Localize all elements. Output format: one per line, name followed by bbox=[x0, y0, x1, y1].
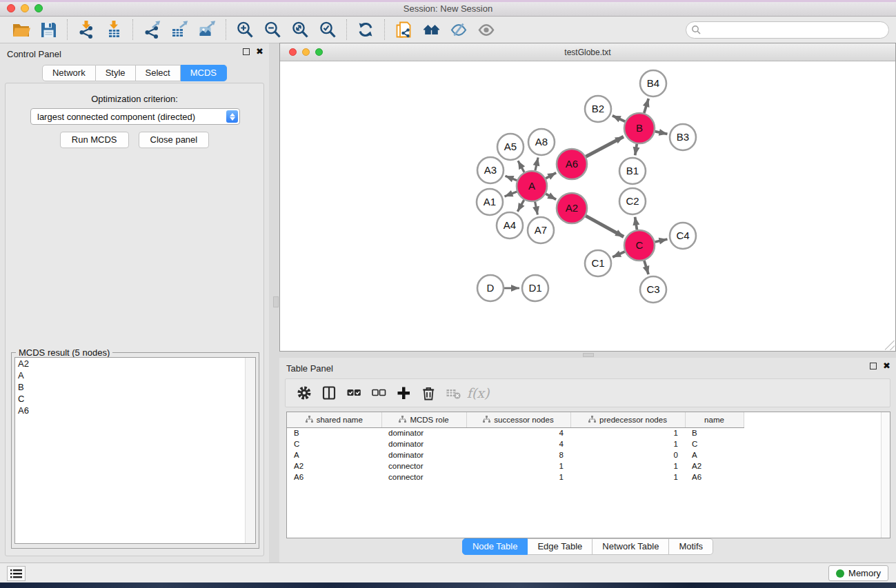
edge-C-C3[interactable] bbox=[644, 261, 648, 274]
node-A8[interactable]: A8 bbox=[528, 129, 555, 155]
edge-C-C4[interactable] bbox=[655, 239, 668, 242]
tab-style[interactable]: Style bbox=[96, 65, 136, 81]
node-B4[interactable]: B4 bbox=[640, 70, 666, 97]
node-B2[interactable]: B2 bbox=[585, 96, 611, 122]
edge-A-A2[interactable] bbox=[546, 194, 556, 199]
vertical-splitter-handle[interactable] bbox=[273, 296, 279, 307]
zoom-selected-icon[interactable] bbox=[314, 18, 341, 41]
criterion-dropdown[interactable]: largest connected component (directed) bbox=[30, 108, 240, 125]
node-A[interactable]: A bbox=[517, 171, 547, 201]
show-all-icon[interactable] bbox=[472, 18, 500, 41]
column-header-shared-name[interactable]: shared name bbox=[287, 412, 381, 427]
tab-select[interactable]: Select bbox=[136, 65, 181, 81]
node-C3[interactable]: C3 bbox=[640, 276, 666, 303]
columns-icon[interactable] bbox=[319, 383, 339, 403]
edge-B-B2[interactable] bbox=[613, 116, 625, 122]
task-history-button[interactable] bbox=[7, 566, 26, 581]
node-A5[interactable]: A5 bbox=[497, 134, 524, 160]
tab-edge-table[interactable]: Edge Table bbox=[528, 538, 593, 555]
node-C[interactable]: C bbox=[624, 230, 655, 261]
edge-A-A3[interactable] bbox=[506, 176, 517, 181]
zoom-out-icon[interactable] bbox=[259, 18, 286, 41]
node-A3[interactable]: A3 bbox=[477, 157, 504, 183]
export-network-icon[interactable] bbox=[138, 18, 166, 41]
column-header-predecessor-nodes[interactable]: predecessor nodes bbox=[570, 412, 685, 427]
export-table-icon[interactable] bbox=[166, 18, 193, 41]
node-C2[interactable]: C2 bbox=[619, 188, 646, 214]
result-list-item[interactable]: A2 bbox=[15, 358, 255, 369]
float-panel-icon[interactable] bbox=[243, 48, 250, 55]
table-row[interactable]: A2connector11A2 bbox=[287, 460, 744, 472]
edge-C-C1[interactable] bbox=[613, 252, 625, 257]
node-C1[interactable]: C1 bbox=[585, 250, 611, 276]
tab-network[interactable]: Network bbox=[42, 65, 96, 81]
result-list-item[interactable]: A6 bbox=[15, 405, 255, 416]
refresh-icon[interactable] bbox=[352, 18, 379, 41]
node-B[interactable]: B bbox=[624, 113, 655, 143]
edge-A-A1[interactable] bbox=[505, 192, 517, 196]
node-A6[interactable]: A6 bbox=[557, 149, 587, 179]
deselect-all-icon[interactable] bbox=[368, 383, 389, 403]
node-A1[interactable]: A1 bbox=[477, 189, 503, 215]
delete-column-icon[interactable] bbox=[418, 383, 439, 403]
import-table-icon[interactable] bbox=[100, 18, 128, 41]
first-neighbors-icon[interactable] bbox=[417, 18, 445, 41]
search-input[interactable] bbox=[686, 21, 889, 39]
column-header-name[interactable]: name bbox=[685, 412, 744, 427]
edge-B-B4[interactable] bbox=[644, 99, 648, 113]
tab-node-table[interactable]: Node Table bbox=[462, 538, 528, 555]
node-A2[interactable]: A2 bbox=[557, 193, 587, 223]
tab-network-table[interactable]: Network Table bbox=[593, 538, 669, 555]
new-session-icon[interactable] bbox=[390, 18, 417, 41]
column-header-successor-nodes[interactable]: successor nodes bbox=[466, 412, 570, 427]
run-mcds-button[interactable]: Run MCDS bbox=[60, 132, 129, 148]
node-B1[interactable]: B1 bbox=[619, 158, 646, 184]
zoom-fit-icon[interactable] bbox=[286, 18, 314, 41]
node-D[interactable]: D bbox=[477, 275, 504, 301]
edge-A-A6[interactable] bbox=[546, 173, 556, 179]
tab-mcds[interactable]: MCDS bbox=[181, 65, 227, 81]
node-B3[interactable]: B3 bbox=[670, 124, 696, 150]
network-window-titlebar[interactable]: testGlobe.txt bbox=[280, 43, 895, 61]
edge-A-A4[interactable] bbox=[517, 200, 524, 212]
edge-A2-C[interactable] bbox=[586, 216, 624, 236]
edge-A-A5[interactable] bbox=[518, 161, 524, 172]
select-all-icon[interactable] bbox=[344, 383, 364, 403]
edge-A-A8[interactable] bbox=[535, 158, 538, 171]
horizontal-splitter-handle[interactable] bbox=[583, 353, 594, 357]
open-file-icon[interactable] bbox=[7, 18, 34, 41]
edge-A-A7[interactable] bbox=[535, 202, 538, 215]
column-header-MCDS-role[interactable]: MCDS role bbox=[381, 412, 466, 427]
import-network-icon[interactable] bbox=[72, 18, 100, 41]
add-column-icon[interactable] bbox=[393, 383, 414, 403]
table-scrollbar[interactable] bbox=[881, 412, 890, 538]
result-list-item[interactable]: A bbox=[15, 369, 255, 381]
mcds-result-list[interactable]: A2ABCA6 bbox=[14, 357, 256, 544]
edge-B-B1[interactable] bbox=[635, 144, 637, 156]
table-close-panel-icon[interactable]: ✖ bbox=[883, 363, 890, 369]
table-row[interactable]: Adominator80A bbox=[287, 449, 744, 460]
hide-selected-icon[interactable] bbox=[445, 18, 472, 41]
table-row[interactable]: A6connector11A6 bbox=[287, 472, 744, 483]
table-row[interactable]: Cdominator41C bbox=[287, 438, 744, 449]
node-A7[interactable]: A7 bbox=[528, 217, 554, 243]
close-panel-button[interactable]: Close panel bbox=[139, 132, 210, 148]
edge-B-B3[interactable] bbox=[655, 132, 668, 134]
memory-button[interactable]: Memory bbox=[828, 565, 888, 581]
close-panel-icon[interactable]: ✖ bbox=[256, 48, 263, 55]
table-row[interactable]: Bdominator41B bbox=[287, 427, 744, 438]
table-float-panel-icon[interactable] bbox=[870, 363, 877, 369]
edge-C-C2[interactable] bbox=[635, 217, 637, 230]
window-resize-grip[interactable] bbox=[885, 341, 895, 350]
network-canvas[interactable]: B4B2BB3A8A5A6A3B1AC2A1A2A4A7C4CC1DD1C3 bbox=[280, 61, 895, 351]
save-session-icon[interactable] bbox=[34, 18, 62, 41]
node-C4[interactable]: C4 bbox=[670, 223, 696, 249]
edge-A6-B[interactable] bbox=[586, 136, 624, 156]
gear-icon[interactable] bbox=[294, 383, 315, 403]
node-D1[interactable]: D1 bbox=[522, 275, 548, 301]
export-image-icon[interactable] bbox=[193, 18, 221, 41]
tab-motifs[interactable]: Motifs bbox=[669, 538, 713, 555]
node-A4[interactable]: A4 bbox=[497, 212, 523, 239]
result-list-item[interactable]: C bbox=[15, 393, 255, 405]
result-list-scrollbar[interactable] bbox=[245, 358, 255, 543]
